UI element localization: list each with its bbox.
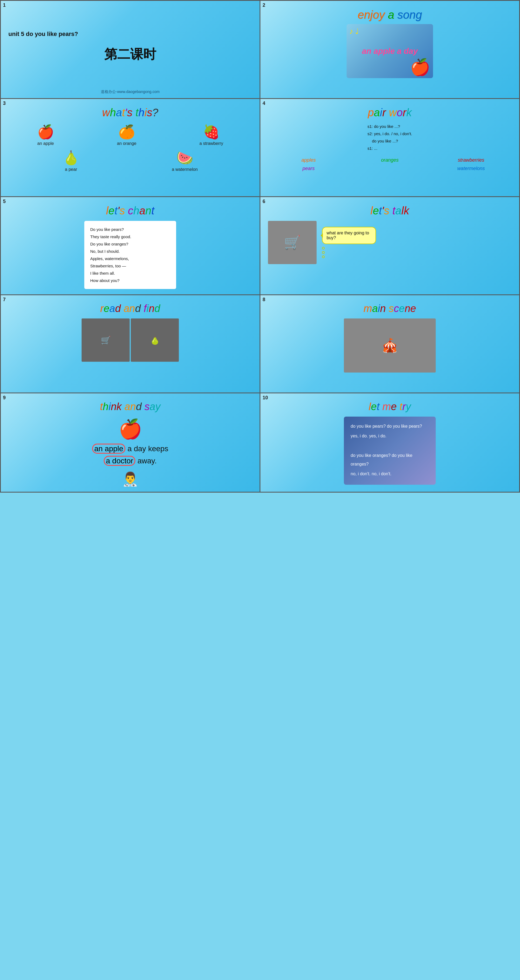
fruit-orange: 🍊 an orange <box>117 124 136 146</box>
orange-icon: 🍊 <box>118 124 135 140</box>
strawberry-label: a strawberry <box>199 141 223 146</box>
try-line-2: yes, i do. yes, i do. <box>350 432 429 441</box>
slide-1: 1 unit 5 do you like pears? 第二课时 道格办公-ww… <box>1 1 260 98</box>
fruit-watermelon: 🍉 a watermelon <box>172 150 198 172</box>
main-scene-title: main scene <box>364 303 416 314</box>
fruit-strawberry: 🍓 a strawberry <box>199 124 223 146</box>
talk-scene-image: 🛒 <box>268 221 317 264</box>
slide-1-title: unit 5 do you like pears? <box>8 30 78 38</box>
chant-box: Do you like pears? They taste really goo… <box>84 221 176 289</box>
watermelon-icon: 🍉 <box>176 150 193 166</box>
talk-area: 🛒 what are they going to buy? <box>265 221 514 264</box>
bubble-dot-3 <box>322 256 325 258</box>
fruit-apples: apples <box>271 158 347 163</box>
pair-work-title: pair work <box>368 107 412 119</box>
fruit-apple: 🍎 an apple <box>37 124 54 146</box>
slide-number-5: 5 <box>3 199 6 204</box>
enjoy-title: enjoy a song <box>358 8 422 21</box>
lets-chant-title: let's chant <box>106 205 154 217</box>
read-find-title: read and find <box>100 303 160 314</box>
slide-2: 2 enjoy a song ♪ ♩ an apple a day 🍎 <box>260 1 519 98</box>
fruits-row-top: 🍎 an apple 🍊 an orange 🍓 a strawberry <box>6 124 255 146</box>
doctor-highlight: a doctor <box>104 456 135 466</box>
let-me-try-title: let me try <box>369 401 411 412</box>
slide-1-footer: 道格办公-www.daogebangong.com <box>101 89 160 94</box>
slide-3: 3 what's this? 🍎 an apple 🍊 an orange 🍓 … <box>1 99 260 196</box>
slide-number-4: 4 <box>263 100 265 106</box>
fruit-empty <box>352 166 428 172</box>
apple-highlight: an apple <box>92 444 125 453</box>
comic-strip: 🛒 🍐 <box>82 318 179 362</box>
slide-number-1: 1 <box>3 2 6 8</box>
fruit-pears: pears <box>271 166 347 172</box>
try-line-4: do you like oranges? do you like oranges… <box>350 451 429 469</box>
slide-number-10: 10 <box>263 395 268 401</box>
pear-icon: 🍐 <box>63 150 79 166</box>
bubble-dot-2 <box>322 251 325 254</box>
slide-number-2: 2 <box>263 2 265 8</box>
apple-large-icon: 🍎 <box>119 418 142 440</box>
fruit-strawberries: strawberries <box>433 158 509 163</box>
music-notes-icon: ♪ ♩ <box>349 27 359 36</box>
slide-7: 7 read and find 🛒 🍐 <box>1 295 260 393</box>
slide-number-7: 7 <box>3 297 6 302</box>
try-line-5: no, i don't. no, i don't. <box>350 469 429 478</box>
fruit-pear: 🍐 a pear <box>63 150 79 172</box>
slide-8: 8 main scene 🎪 <box>260 295 519 393</box>
fruits-grid: apples oranges strawberries pears waterm… <box>265 158 514 172</box>
try-line-1: do you like pears? do you like pears? <box>350 422 429 431</box>
speech-bubble: what are they going to buy? <box>322 227 376 244</box>
slide-number-9: 9 <box>3 395 6 401</box>
apple-day-text: an apple a day keeps a doctor away. <box>92 443 168 467</box>
fruit-oranges: oranges <box>352 158 428 163</box>
apple-icon: 🍎 <box>37 124 54 140</box>
whats-this-title: what's this? <box>102 107 158 119</box>
orange-label: an orange <box>117 141 136 146</box>
slide-4: 4 pair work s1: do you like ...? s2: yes… <box>260 99 519 196</box>
think-say-title: think and say <box>100 401 160 412</box>
bubble-text: what are they going to buy? <box>327 231 369 240</box>
main-scene-image: 🎪 <box>344 318 436 372</box>
apple-character-icon: 🍎 <box>410 57 430 77</box>
fruits-row-bottom: 🍐 a pear 🍉 a watermelon <box>6 150 255 172</box>
slide-number-3: 3 <box>3 100 6 106</box>
apple-song-text: an apple a day <box>362 46 418 56</box>
pear-label: a pear <box>65 167 77 172</box>
scene-image-icon: 🎪 <box>381 338 398 353</box>
apple-label: an apple <box>37 141 54 146</box>
watermelon-label: a watermelon <box>172 167 198 172</box>
comic-panel-1-icon: 🛒 <box>101 336 111 345</box>
slide-10: 10 let me try do you like pears? do you … <box>260 393 519 492</box>
slide-number-8: 8 <box>263 297 265 302</box>
comic-panel-1: 🛒 <box>82 318 130 362</box>
chant-text: Do you like pears? They taste really goo… <box>90 226 170 284</box>
apple-day-box: 🍎 an apple a day keeps a doctor away. 👨‍… <box>6 418 255 487</box>
dialog-text: s1: do you like ...? s2: yes, i do. / no… <box>367 123 412 152</box>
slide-1-subtitle: 第二课时 <box>104 46 156 63</box>
music-box: ♪ ♩ an apple a day 🍎 <box>347 24 433 78</box>
fruit-watermelons: watermelons <box>433 166 509 172</box>
slide-6: 6 let's talk 🛒 what are they going to bu… <box>260 197 519 294</box>
slide-9: 9 think and say 🍎 an apple a day keeps a… <box>1 393 260 492</box>
slide-grid: 1 unit 5 do you like pears? 第二课时 道格办公-ww… <box>0 0 520 493</box>
bubble-dot-1 <box>322 247 325 250</box>
slide-5: 5 let's chant Do you like pears? They ta… <box>1 197 260 294</box>
comic-panel-2: 🍐 <box>131 318 179 362</box>
doctor-icon: 👨‍⚕️ <box>122 471 139 487</box>
strawberry-icon: 🍓 <box>203 124 220 140</box>
try-box: do you like pears? do you like pears? ye… <box>344 417 436 485</box>
bubble-dots <box>322 247 325 258</box>
try-line-3 <box>350 441 429 450</box>
lets-talk-title: let's talk <box>370 205 409 217</box>
slide-number-6: 6 <box>263 199 265 204</box>
comic-panel-2-icon: 🍐 <box>150 336 160 345</box>
